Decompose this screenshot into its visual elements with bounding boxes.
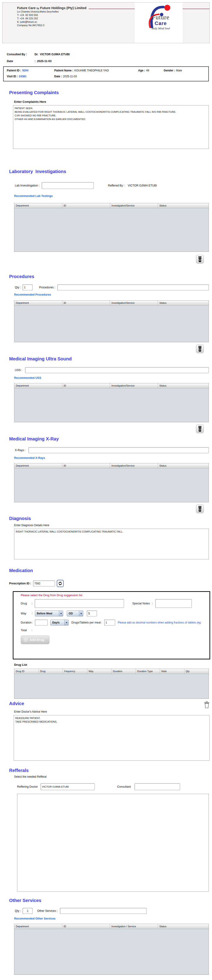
logo-text-future: Future: [139, 14, 183, 21]
procedures-qty-input[interactable]: [22, 285, 32, 290]
drug-suggestion-warning: Please select the Drug from Drug suggess…: [21, 594, 207, 597]
col-department[interactable]: Department: [14, 301, 62, 305]
per-meal-input[interactable]: [104, 620, 115, 625]
referring-doctor-label: Reffering Doctor: [17, 785, 38, 788]
other-services-table-body[interactable]: [14, 929, 209, 975]
consultant-input[interactable]: [135, 783, 180, 790]
add-drug-button[interactable]: Add Drug: [21, 636, 50, 644]
total-label: Total :: [21, 629, 32, 632]
col-status[interactable]: Status: [158, 301, 209, 305]
prescription-row: Prescription ID :: [9, 580, 212, 587]
xray-trash-row: [0, 504, 204, 513]
meal-select[interactable]: Before Meal: [35, 611, 63, 616]
procedures-input[interactable]: [58, 285, 209, 290]
col-investigation[interactable]: Investigation/Service: [110, 301, 158, 305]
col-duration[interactable]: Duration: [111, 669, 136, 674]
recommended-lab-link[interactable]: Recommended Lab Testings: [14, 194, 212, 197]
diagnosis-textarea[interactable]: RIGHT THORACIC LATERAL WALL COSTOCHONDRI…: [14, 529, 209, 559]
referring-doctor-input[interactable]: [40, 783, 95, 790]
col-id[interactable]: ID: [62, 383, 110, 388]
col-investigation[interactable]: Investigation/Service: [110, 383, 158, 388]
gender-label: Gender :: [164, 69, 175, 72]
col-investigation[interactable]: Investigation/Service: [110, 463, 158, 468]
lab-table-body[interactable]: [14, 208, 209, 251]
col-id[interactable]: ID: [62, 203, 110, 208]
advice-delete-button[interactable]: [203, 700, 210, 709]
other-services-qty-label: Qty :: [15, 909, 21, 912]
patient-name-field: Patient Name : KOUAME THEOPHILE YAO: [54, 69, 138, 72]
col-status[interactable]: Status: [158, 383, 209, 388]
way-qty-input[interactable]: [87, 611, 97, 616]
col-drug[interactable]: Drug: [39, 669, 63, 674]
drug-row: Drug : Special Notes :: [21, 599, 207, 608]
consultant-label: Consultant: [117, 785, 131, 788]
referral-list-box[interactable]: [17, 794, 209, 892]
col-department[interactable]: Department: [14, 924, 62, 929]
uss-delete-button[interactable]: [196, 425, 204, 433]
advice-textarea[interactable]: REASSURE PATIENT. TAKE PRESCRIBED MEDICA…: [14, 715, 210, 760]
duration-unit-value: Day/s: [51, 620, 64, 625]
consult-date-value: : 2025-11-03: [34, 60, 51, 63]
recommended-xray-link[interactable]: Recommended X-Rays: [14, 457, 212, 460]
procedures-delete-button[interactable]: [196, 344, 204, 353]
duration-input[interactable]: [35, 620, 48, 625]
col-status[interactable]: Status: [158, 463, 209, 468]
col-investigation[interactable]: Investigation/Service: [110, 203, 158, 208]
col-id[interactable]: ID: [62, 924, 110, 929]
col-duration-type[interactable]: Duration Type: [136, 669, 160, 674]
trash-outline-icon: [204, 702, 209, 708]
patient-id-field: Patient ID : 9204: [7, 69, 54, 72]
advice-title: Advice: [9, 700, 24, 706]
age-value: 49: [146, 69, 149, 72]
xrays-input[interactable]: [29, 447, 209, 453]
refresh-prescription-button[interactable]: [57, 580, 64, 587]
logo-care-word: Care: [155, 21, 167, 26]
drug-input[interactable]: [35, 599, 124, 608]
drug-table-body[interactable]: [14, 674, 209, 698]
duration-unit-select[interactable]: Day/s: [50, 620, 69, 625]
col-id[interactable]: ID: [62, 463, 110, 468]
chevron-down-icon: [64, 620, 68, 625]
uss-input[interactable]: [25, 367, 209, 373]
lab-delete-button[interactable]: [196, 255, 204, 264]
xray-table-body[interactable]: [14, 468, 209, 502]
special-notes-input[interactable]: [155, 599, 192, 608]
other-services-qty-input[interactable]: [22, 908, 32, 914]
recommended-procedures-link[interactable]: Recommended Procedures: [14, 293, 212, 296]
advice-header-row: Advice: [0, 700, 210, 709]
uss-trash-row: [0, 425, 204, 433]
col-investigation[interactable]: Investigation / Service: [110, 924, 158, 929]
other-services-input[interactable]: [60, 908, 146, 914]
consulted-by-line: Consulted By : Dr. VICTOR OJIMA ETUBI: [7, 53, 212, 56]
col-department[interactable]: Department: [14, 383, 62, 388]
other-services-table-header: Department ID Investigation / Service St…: [14, 924, 209, 929]
col-qty[interactable]: Qty: [185, 669, 209, 674]
col-status[interactable]: Status: [158, 203, 209, 208]
lab-investigation-label: Lab Investingation :: [15, 184, 39, 187]
meal-select-value: Before Meal: [35, 611, 59, 616]
uss-table-body[interactable]: [14, 388, 209, 422]
col-department[interactable]: Department: [14, 203, 62, 208]
trash-icon: [198, 426, 202, 432]
xray-delete-button[interactable]: [196, 504, 204, 513]
recommended-uss-link[interactable]: Recommended USS: [14, 376, 212, 380]
col-status[interactable]: Status: [158, 924, 209, 929]
gender-value: Male: [176, 69, 182, 72]
col-drug-id[interactable]: Drug ID: [14, 669, 39, 674]
col-note[interactable]: Note: [160, 669, 185, 674]
procedures-table-body[interactable]: [14, 305, 209, 342]
col-id[interactable]: ID: [62, 301, 110, 305]
complaints-textarea[interactable]: PATIENT SEEN. BEING EVALUATED FOR RIGHT …: [13, 105, 209, 149]
drug-list-label: Drug List: [14, 663, 212, 667]
patient-name-value: KOUAME THEOPHILE YAO: [74, 69, 109, 72]
col-frequency[interactable]: Fequency: [63, 669, 87, 674]
prescription-id-input[interactable]: [33, 581, 55, 586]
frequency-select[interactable]: OD: [67, 611, 83, 616]
lab-investigation-input[interactable]: [42, 182, 94, 189]
col-way[interactable]: Way: [87, 669, 112, 674]
laboratory-title: Laboratory Investigations: [9, 169, 212, 174]
recommended-other-services-link[interactable]: Recommended Other Services: [14, 917, 212, 920]
other-services-label: Other Services :: [37, 909, 58, 912]
consultation-page: Future Care by Future Holdings (Pty) Lim…: [0, 0, 212, 980]
col-department[interactable]: Department: [14, 463, 62, 468]
